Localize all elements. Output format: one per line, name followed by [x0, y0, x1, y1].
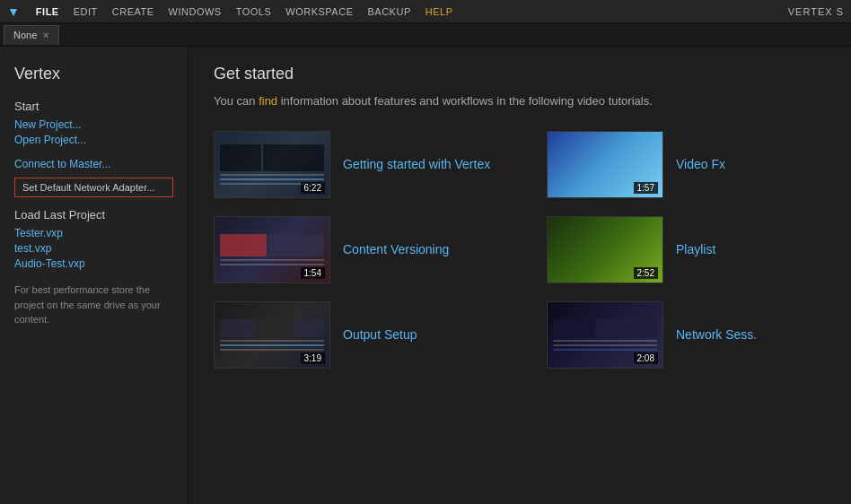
content-area: Get started You can find information abo… — [189, 47, 851, 504]
video-thumb-output-setup[interactable]: 3:19 — [214, 301, 330, 369]
app-logo: ▼ — [7, 4, 20, 19]
video-duration-playlist: 2:52 — [634, 267, 658, 279]
video-item-getting-started: 6:22 Getting started with Vertex — [214, 131, 493, 198]
video-thumb-network-sessions[interactable]: 2:08 — [547, 301, 663, 369]
video-item-output-setup: 3:19 Output Setup — [214, 301, 493, 369]
sidebar-title: Vertex — [14, 65, 173, 83]
video-item-content-versioning: 1:54 Content Versioning — [214, 216, 493, 283]
tab-close-icon[interactable]: ✕ — [42, 30, 49, 40]
menu-windows[interactable]: WINDOWS — [162, 0, 229, 22]
content-subtitle: You can find information about features … — [214, 92, 826, 111]
video-title-content-versioning[interactable]: Content Versioning — [343, 242, 449, 256]
video-item-network-sessions: 2:08 Network Sess. — [547, 301, 826, 369]
highlight-find: find — [259, 94, 277, 108]
video-item-playlist: 2:52 Playlist — [547, 216, 826, 283]
sidebar-performance-note: For best performance store the project o… — [14, 282, 173, 327]
menu-create[interactable]: CREATE — [105, 0, 162, 22]
start-section-label: Start — [14, 100, 173, 113]
menu-tools[interactable]: TOOLS — [229, 0, 279, 22]
connect-master-link[interactable]: Connect to Master... — [14, 158, 173, 170]
set-default-network-button[interactable]: Set Default Network Adapter... — [14, 178, 173, 197]
video-title-output-setup[interactable]: Output Setup — [343, 327, 417, 342]
video-title-network-sessions[interactable]: Network Sess. — [676, 327, 757, 342]
video-item-videofx: 1:57 Video Fx — [547, 131, 826, 198]
new-project-link[interactable]: New Project... — [14, 118, 173, 131]
video-title-getting-started[interactable]: Getting started with Vertex — [343, 157, 490, 171]
menu-workspace[interactable]: WORKSPACE — [278, 0, 360, 22]
menu-backup[interactable]: BACKUP — [360, 0, 417, 22]
tab-label: None — [13, 30, 37, 40]
app-title: VERTEX S — [788, 6, 844, 17]
video-duration-content-versioning: 1:54 — [301, 267, 325, 279]
menu-help[interactable]: HELP — [418, 0, 461, 22]
tabbar: None ✕ — [0, 23, 851, 47]
recent-project-test[interactable]: test.vxp — [14, 242, 173, 255]
video-thumb-playlist[interactable]: 2:52 — [547, 216, 663, 283]
sidebar: Vertex Start New Project... Open Project… — [0, 47, 189, 504]
video-thumb-getting-started[interactable]: 6:22 — [214, 131, 330, 198]
open-project-link[interactable]: Open Project... — [14, 134, 173, 146]
load-last-project-label: Load Last Project — [14, 208, 173, 222]
tab-none[interactable]: None ✕ — [4, 25, 59, 45]
video-duration-network-sessions: 2:08 — [634, 352, 658, 364]
menu-file[interactable]: FILE — [29, 0, 66, 22]
video-duration-getting-started: 6:22 — [301, 182, 325, 194]
menu-edit[interactable]: EDIT — [66, 0, 105, 22]
main-layout: Vertex Start New Project... Open Project… — [0, 47, 851, 504]
video-title-playlist[interactable]: Playlist — [676, 242, 715, 256]
video-title-videofx[interactable]: Video Fx — [676, 157, 725, 171]
video-duration-videofx: 1:57 — [634, 182, 658, 194]
video-duration-output-setup: 3:19 — [301, 352, 325, 364]
video-thumb-content-versioning[interactable]: 1:54 — [214, 216, 330, 283]
content-title: Get started — [214, 65, 826, 83]
recent-project-tester[interactable]: Tester.vxp — [14, 227, 173, 239]
video-grid: 6:22 Getting started with Vertex 1:57 Vi… — [214, 131, 826, 369]
video-thumb-videofx[interactable]: 1:57 — [547, 131, 663, 198]
menubar: ▼ FILE EDIT CREATE WINDOWS TOOLS WORKSPA… — [0, 0, 851, 23]
recent-project-audio-test[interactable]: Audio-Test.vxp — [14, 257, 173, 270]
